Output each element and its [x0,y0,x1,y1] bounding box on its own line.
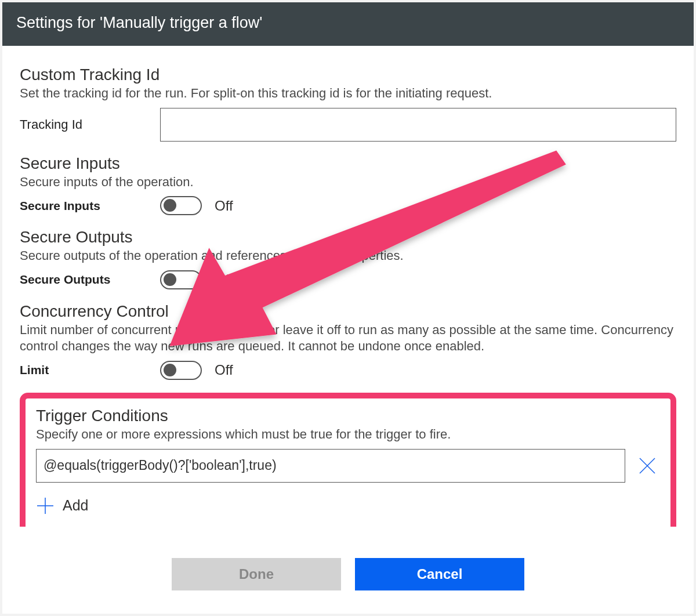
secure-inputs-label: Secure Inputs [20,199,160,213]
close-icon [637,455,658,476]
section-secure-inputs: Secure Inputs Secure inputs of the opera… [20,154,676,216]
section-custom-tracking-id: Custom Tracking Id Set the tracking id f… [20,66,676,142]
dialog-content: Custom Tracking Id Set the tracking id f… [2,46,694,527]
secure-outputs-state: Off [215,271,233,288]
section-concurrency-control: Concurrency Control Limit number of conc… [20,302,676,380]
section-title-secure-inputs: Secure Inputs [20,154,676,173]
dialog-footer: Done Cancel [2,527,694,614]
plus-icon [36,497,55,515]
tracking-id-label: Tracking Id [20,117,160,132]
section-desc-secure-outputs: Secure outputs of the operation and refe… [20,248,676,264]
section-desc-concurrency: Limit number of concurrent runs of the f… [20,322,676,355]
add-condition-label: Add [63,497,88,514]
concurrency-limit-state: Off [215,362,233,378]
section-title-secure-outputs: Secure Outputs [20,228,676,247]
concurrency-limit-label: Limit [20,363,160,377]
section-title-tracking: Custom Tracking Id [20,66,676,84]
remove-condition-button[interactable] [635,453,660,479]
add-condition-button[interactable]: Add [36,497,660,515]
secure-outputs-label: Secure Outputs [20,273,160,287]
section-title-trigger-conditions: Trigger Conditions [36,407,660,425]
settings-dialog: Settings for 'Manually trigger a flow' C… [2,2,694,614]
cancel-button[interactable]: Cancel [355,558,524,590]
done-button[interactable]: Done [172,558,341,590]
concurrency-limit-toggle[interactable] [160,361,202,380]
secure-outputs-toggle[interactable] [160,270,202,289]
dialog-title: Settings for 'Manually trigger a flow' [2,2,694,46]
section-desc-tracking: Set the tracking id for the run. For spl… [20,85,676,102]
section-desc-secure-inputs: Secure inputs of the operation. [20,174,676,191]
tracking-id-input[interactable] [160,108,676,142]
section-desc-trigger-conditions: Specify one or more expressions which mu… [36,426,660,443]
trigger-condition-input[interactable] [36,449,625,483]
secure-inputs-state: Off [215,198,233,214]
section-secure-outputs: Secure Outputs Secure outputs of the ope… [20,228,676,289]
secure-inputs-toggle[interactable] [160,196,202,215]
section-title-concurrency: Concurrency Control [20,302,676,321]
section-trigger-conditions: Trigger Conditions Specify one or more e… [20,393,676,527]
